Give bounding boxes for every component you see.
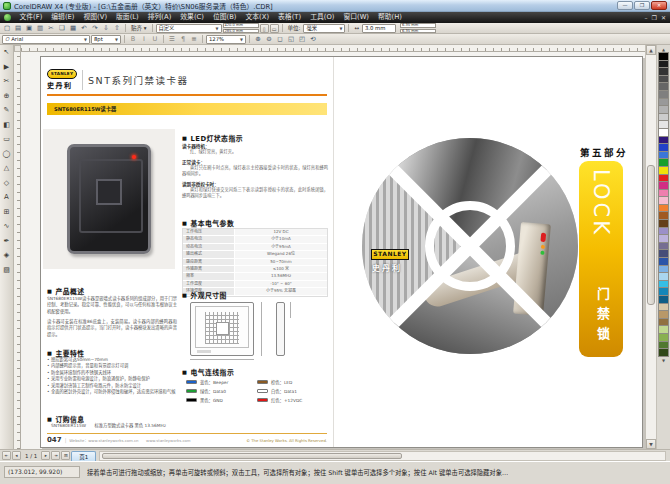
- maximize-button[interactable]: ❐: [634, 1, 650, 10]
- menu-item[interactable]: 工具(O): [306, 12, 339, 23]
- photo-collage-circle: STANLEY 史丹利: [362, 138, 578, 354]
- ellipse-tool[interactable]: ◯: [1, 149, 13, 160]
- menu-item[interactable]: 排列(A): [143, 12, 176, 23]
- vertical-scrollbar[interactable]: ▲ ▼: [645, 45, 656, 449]
- page-navigation-bar: ↞ ◂ 1 / 1 ▸ ↠ ⊞ 页1: [0, 449, 670, 461]
- menu-item[interactable]: 版面(L): [112, 12, 144, 23]
- portrait-button[interactable]: ▯: [260, 24, 269, 33]
- menu-item[interactable]: 编辑(E): [47, 12, 79, 23]
- text-style-buttons: BIU: [128, 35, 160, 44]
- dimension-drawing: [182, 298, 328, 362]
- doc-minimize-button[interactable]: –: [645, 12, 648, 23]
- previous-page-button[interactable]: ◂: [12, 451, 21, 460]
- scroll-down-icon[interactable]: ▼: [646, 439, 656, 449]
- minimize-button[interactable]: —: [617, 1, 633, 10]
- paper-height-field[interactable]: 285.0 mm: [223, 29, 259, 34]
- paragraph-button[interactable]: ☰: [167, 35, 177, 44]
- zoom-all-icon[interactable]: ◱: [286, 35, 296, 44]
- pick-tool[interactable]: ↖: [1, 47, 13, 58]
- text-style-button[interactable]: U: [150, 35, 160, 44]
- font-size-combo[interactable]: 8pt ▼: [91, 35, 121, 44]
- paragraph-button[interactable]: ≣: [189, 35, 199, 44]
- zoom-page-icon[interactable]: ◰: [297, 35, 307, 44]
- new-icon[interactable]: ▢: [2, 24, 12, 33]
- text-tool[interactable]: A: [1, 192, 13, 203]
- table-value-cell: 50~70mm: [235, 259, 327, 265]
- redo-icon[interactable]: ↷: [90, 24, 100, 33]
- palette-scroll-down-icon[interactable]: ▼: [658, 357, 670, 364]
- paper-preset-combo[interactable]: 自定义 ▼: [156, 24, 222, 33]
- drawing-canvas[interactable]: STANLEY 史丹利 SNT系列门禁读卡器 SNT680ER115W读卡器 产…: [21, 52, 645, 449]
- zoom-level-combo[interactable]: 127% ▼: [206, 35, 246, 44]
- last-page-button[interactable]: ↠: [51, 451, 60, 460]
- crop-tool[interactable]: ✂: [1, 76, 13, 87]
- ruler-origin-button[interactable]: [14, 45, 21, 52]
- vertical-ruler[interactable]: [14, 52, 21, 449]
- table-value-cell: 12V DC: [235, 229, 327, 235]
- menu-item[interactable]: 视图(V): [79, 12, 112, 23]
- menu-item[interactable]: 文本(X): [241, 12, 274, 23]
- zoom-selection-icon[interactable]: ◻: [275, 35, 285, 44]
- table-param-cell: 感应距离: [183, 259, 235, 265]
- zoom-width-icon[interactable]: ⟲: [308, 35, 318, 44]
- basic-shapes-tool[interactable]: ◇: [1, 178, 13, 189]
- open-icon[interactable]: ▤: [13, 24, 23, 33]
- stanley-logo-cn: 史丹利: [47, 80, 73, 90]
- smart-fill-tool[interactable]: ◧: [1, 120, 13, 131]
- print-icon[interactable]: ▥: [35, 24, 45, 33]
- doc-restore-button[interactable]: ❐: [652, 12, 657, 23]
- cut-icon[interactable]: ✂: [46, 24, 56, 33]
- nudge-offset-field[interactable]: 3.0 mm: [362, 24, 396, 33]
- menu-item[interactable]: 位图(B): [208, 12, 241, 23]
- menu-item[interactable]: 效果(C): [176, 12, 209, 23]
- text-style-button[interactable]: I: [139, 35, 149, 44]
- text-style-button[interactable]: B: [128, 35, 138, 44]
- first-page-button[interactable]: ↞: [2, 451, 11, 460]
- zoom-out-icon[interactable]: ⊖: [264, 35, 274, 44]
- rectangle-tool[interactable]: ▭: [1, 134, 13, 145]
- paragraph-button[interactable]: ¶: [178, 35, 188, 44]
- outline-tool[interactable]: ◈: [1, 250, 13, 261]
- horizontal-scrollbar-thumb[interactable]: [102, 453, 402, 459]
- duplicate-distance-y-field[interactable]: 6.35 mm: [400, 29, 436, 34]
- fill-tool[interactable]: ▨: [1, 265, 13, 276]
- page-spread[interactable]: STANLEY 史丹利 SNT系列门禁读卡器 SNT680ER115W读卡器 产…: [40, 56, 643, 448]
- interactive-blend-tool[interactable]: ∿: [1, 221, 13, 232]
- polygon-tool[interactable]: △: [1, 163, 13, 174]
- eyedropper-tool[interactable]: ✒: [1, 236, 13, 247]
- vertical-scrollbar-thumb[interactable]: [647, 165, 655, 305]
- model-bar: SNT680ER115W读卡器: [47, 103, 327, 115]
- import-icon[interactable]: ⇩: [101, 24, 111, 33]
- close-button[interactable]: ✕: [651, 1, 667, 10]
- horizontal-ruler[interactable]: [21, 45, 645, 52]
- freehand-tool[interactable]: ✎: [1, 105, 13, 116]
- menu-item[interactable]: 窗口(W): [339, 12, 374, 23]
- copy-icon[interactable]: ❏: [57, 24, 67, 33]
- menu-item[interactable]: 帮助(H): [374, 12, 407, 23]
- snap-button[interactable]: 贴齐 ▾: [129, 24, 149, 32]
- duplicate-distance-x-field[interactable]: 6.35 mm: [400, 23, 436, 28]
- next-page-button[interactable]: ▸: [41, 451, 50, 460]
- doc-close-button[interactable]: ✕: [661, 12, 666, 23]
- table-tool[interactable]: ⊞: [1, 207, 13, 218]
- shape-tool[interactable]: ▶: [1, 62, 13, 73]
- status-hint: 接着单击可进行拖动或缩放；再单击可旋转或倾斜；双击工具，可选择所有对象；按住 S…: [87, 468, 508, 477]
- palette-swatch[interactable]: [658, 348, 669, 357]
- font-combo[interactable]: O Arial ▼: [2, 35, 90, 44]
- units-combo[interactable]: 毫米 ▼: [303, 24, 345, 33]
- menu-item[interactable]: 文件(F): [15, 12, 47, 23]
- zoom-in-icon[interactable]: ⊕: [253, 35, 263, 44]
- menu-item[interactable]: 表格(T): [274, 12, 306, 23]
- paste-icon[interactable]: ▦: [68, 24, 78, 33]
- font-preview-icon: O: [5, 36, 9, 42]
- paper-width-field[interactable]: 420.0 mm: [223, 23, 259, 28]
- led-status-item: 正常读卡： 黄灯只在刷卡时点亮，绿灯表示主控器接受读卡时的状态，绿灯亮和蜂鸣器响…: [182, 159, 328, 178]
- scroll-up-icon[interactable]: ▲: [646, 45, 656, 55]
- landscape-button[interactable]: ▭: [270, 24, 279, 33]
- zoom-tool[interactable]: ⊕: [1, 91, 13, 102]
- undo-icon[interactable]: ↶: [79, 24, 89, 33]
- export-icon[interactable]: ⇧: [112, 24, 122, 33]
- save-icon[interactable]: ▣: [24, 24, 34, 33]
- horizontal-scrollbar[interactable]: [99, 451, 666, 461]
- add-page-button[interactable]: ⊞: [61, 451, 70, 460]
